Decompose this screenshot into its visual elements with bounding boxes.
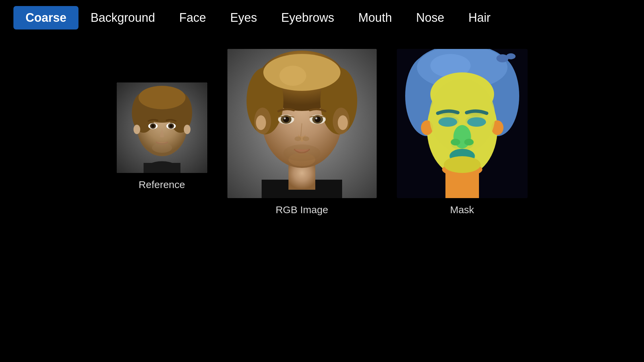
svg-point-32 (284, 117, 286, 119)
reference-image (117, 82, 207, 173)
reference-label: Reference (139, 179, 185, 190)
svg-point-39 (303, 136, 309, 141)
svg-point-38 (294, 136, 301, 141)
tab-eyes[interactable]: Eyes (218, 6, 269, 29)
svg-point-16 (184, 125, 191, 134)
svg-point-42 (338, 115, 348, 130)
tab-background[interactable]: Background (78, 6, 167, 29)
mask-image (397, 49, 528, 198)
rgb-section: RGB Image (227, 49, 377, 216)
reference-section: Reference (117, 82, 207, 190)
svg-point-31 (283, 116, 289, 122)
svg-point-36 (315, 117, 317, 119)
mask-section: Mask (397, 49, 528, 216)
svg-point-51 (506, 53, 516, 59)
top-navigation: Coarse Background Face Eyes Eyebrows Mou… (0, 0, 644, 36)
svg-point-67 (467, 117, 486, 127)
svg-point-41 (256, 115, 266, 130)
tab-face[interactable]: Face (167, 6, 218, 29)
rgb-label: RGB Image (276, 204, 328, 216)
svg-rect-2 (144, 163, 180, 173)
svg-point-7 (139, 86, 185, 109)
svg-point-70 (464, 139, 474, 145)
svg-point-43 (283, 144, 320, 161)
svg-point-69 (451, 139, 460, 145)
tab-mouth[interactable]: Mouth (346, 6, 404, 29)
svg-point-72 (444, 156, 481, 173)
main-content: Reference (0, 36, 644, 216)
tab-nose[interactable]: Nose (404, 6, 456, 29)
mask-label: Mask (450, 204, 474, 216)
tab-coarse[interactable]: Coarse (13, 6, 78, 29)
svg-point-26 (279, 66, 306, 86)
tab-hair[interactable]: Hair (456, 6, 502, 29)
svg-point-15 (133, 125, 140, 134)
svg-point-13 (169, 124, 173, 128)
svg-point-14 (152, 143, 172, 153)
svg-point-10 (151, 124, 155, 128)
tab-eyebrows[interactable]: Eyebrows (269, 6, 346, 29)
svg-point-66 (438, 117, 457, 127)
svg-point-35 (315, 116, 321, 122)
rgb-image (227, 49, 377, 198)
